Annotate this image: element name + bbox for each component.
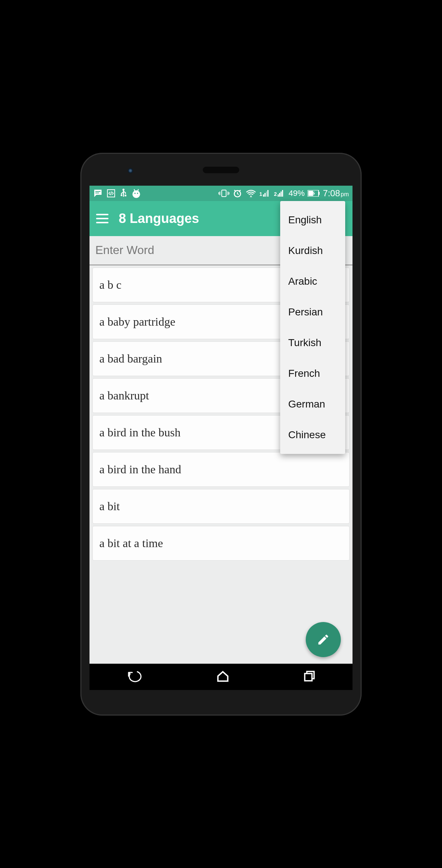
- svg-point-11: [137, 193, 138, 194]
- svg-rect-15: [228, 192, 228, 195]
- svg-rect-29: [319, 192, 320, 195]
- language-option[interactable]: Persian: [280, 297, 345, 327]
- language-option[interactable]: Kurdish: [280, 235, 345, 266]
- status-bar: 1 2 49% 7:08pm: [89, 186, 353, 201]
- recent-button[interactable]: [303, 670, 316, 684]
- clock: 7:08pm: [323, 188, 349, 198]
- clock-time: 7:08: [323, 188, 340, 198]
- svg-rect-13: [220, 192, 220, 195]
- wifi-icon: [245, 189, 256, 198]
- svg-rect-27: [282, 190, 283, 197]
- language-option[interactable]: English: [280, 205, 345, 235]
- svg-text:2: 2: [274, 191, 277, 197]
- phone-speaker: [203, 167, 239, 173]
- word-item[interactable]: a bit at a time: [92, 526, 350, 561]
- svg-rect-31: [305, 673, 312, 681]
- svg-text:1: 1: [259, 191, 262, 197]
- svg-rect-30: [308, 191, 313, 196]
- language-option[interactable]: French: [280, 358, 345, 389]
- svg-rect-16: [229, 192, 229, 194]
- svg-rect-1: [95, 193, 99, 193]
- language-option[interactable]: Turkish: [280, 327, 345, 358]
- svg-rect-12: [222, 190, 226, 197]
- language-dropdown: EnglishKurdishArabicPersianTurkishFrench…: [280, 201, 345, 454]
- home-icon: [216, 670, 229, 683]
- screen: 1 2 49% 7:08pm 8 Languages a b ca baby p…: [89, 186, 353, 690]
- system-nav-bar: [89, 664, 353, 690]
- language-option[interactable]: German: [280, 389, 345, 420]
- recent-icon: [303, 670, 316, 682]
- svg-rect-24: [278, 194, 279, 197]
- hamburger-line-icon: [96, 222, 108, 223]
- svg-rect-26: [281, 192, 282, 197]
- phone-frame: 1 2 49% 7:08pm 8 Languages a b ca baby p…: [80, 153, 362, 716]
- clock-ampm: pm: [341, 191, 349, 197]
- menu-button[interactable]: [96, 214, 108, 223]
- battery-percent: 49%: [289, 189, 305, 198]
- svg-point-5: [121, 194, 122, 196]
- compose-fab[interactable]: [306, 622, 341, 657]
- hamburger-line-icon: [96, 214, 108, 215]
- home-button[interactable]: [216, 670, 229, 684]
- svg-rect-22: [267, 190, 268, 197]
- app-title: 8 Languages: [119, 211, 199, 226]
- pencil-icon: [317, 633, 330, 646]
- android-icon: [131, 188, 141, 198]
- battery-icon: [308, 190, 320, 197]
- back-icon: [126, 670, 142, 683]
- hamburger-line-icon: [96, 218, 108, 219]
- usb-icon: [119, 188, 127, 198]
- svg-point-7: [133, 190, 140, 198]
- back-button[interactable]: [126, 670, 142, 684]
- language-option[interactable]: Chinese: [280, 420, 345, 450]
- word-item[interactable]: a bird in the hand: [92, 452, 350, 487]
- alarm-icon: [232, 189, 243, 198]
- message-icon: [93, 189, 103, 198]
- svg-point-10: [134, 193, 136, 194]
- language-option[interactable]: Arabic: [280, 266, 345, 297]
- svg-rect-25: [279, 193, 280, 197]
- signal2-icon: 2: [274, 189, 286, 197]
- word-item[interactable]: a bit: [92, 489, 350, 524]
- status-right: 1 2 49% 7:08pm: [218, 188, 349, 198]
- vibrate-icon: [218, 189, 229, 198]
- svg-rect-14: [218, 192, 219, 194]
- svg-rect-6: [125, 194, 126, 196]
- phone-camera: [128, 168, 133, 173]
- svg-rect-0: [95, 191, 100, 192]
- svg-rect-19: [263, 194, 264, 197]
- signal1-icon: 1: [259, 189, 271, 197]
- svg-rect-20: [264, 193, 266, 197]
- status-left: [93, 188, 141, 198]
- code-icon: [106, 189, 116, 198]
- svg-rect-21: [266, 192, 267, 197]
- svg-rect-4: [123, 190, 124, 196]
